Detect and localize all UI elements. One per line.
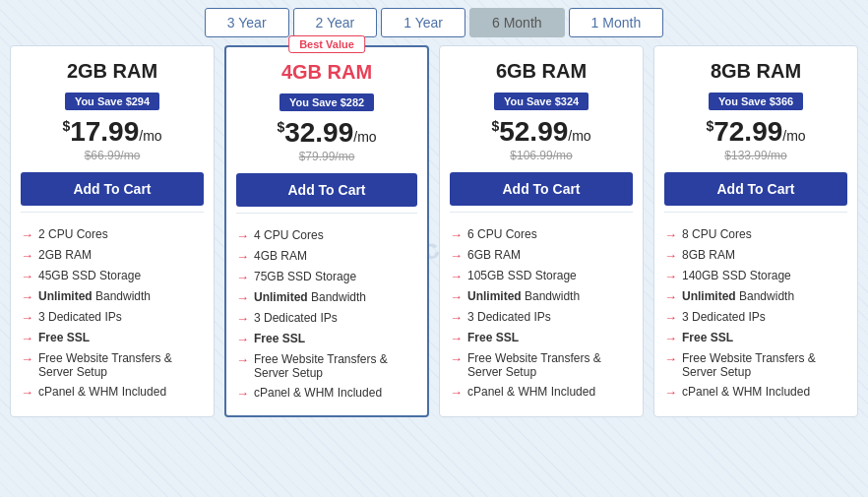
feature-text: Free Website Transfers & Server Setup xyxy=(682,351,847,379)
savings-badge: You Save $324 xyxy=(494,93,589,110)
add-to-cart-button[interactable]: Add To Cart xyxy=(236,173,417,207)
feature-text: Free SSL xyxy=(38,331,90,344)
plan-header: 8GB RAM xyxy=(654,46,857,89)
feature-text: cPanel & WHM Included xyxy=(38,385,166,399)
add-to-cart-button[interactable]: Add To Cart xyxy=(21,172,204,206)
tab-1-year[interactable]: 1 Year xyxy=(381,8,465,37)
feature-item: →3 Dedicated IPs xyxy=(450,307,633,328)
arrow-icon: → xyxy=(664,227,677,242)
arrow-icon: → xyxy=(664,269,677,283)
feature-item: →140GB SSD Storage xyxy=(664,266,847,286)
savings-row: You Save $324 xyxy=(440,89,643,112)
feature-item: →Free SSL xyxy=(664,328,847,348)
feature-item: →2GB RAM xyxy=(21,245,204,266)
arrow-icon: → xyxy=(236,228,249,243)
feature-item: →6GB RAM xyxy=(450,245,633,266)
feature-item: →cPanel & WHM Included xyxy=(236,383,417,404)
feature-text: cPanel & WHM Included xyxy=(254,386,382,400)
price-section: $17.99/mo $66.99/mo xyxy=(11,112,214,164)
feature-text: 3 Dedicated IPs xyxy=(682,310,766,324)
plan-header: 2GB RAM xyxy=(11,46,214,89)
arrow-icon: → xyxy=(21,331,33,345)
plan-card-3: 8GB RAM You Save $366 $72.99/mo $133.99/… xyxy=(653,45,858,417)
feature-text: Unlimited Bandwidth xyxy=(38,289,151,303)
price-original: $106.99/mo xyxy=(440,149,643,162)
price-original: $66.99/mo xyxy=(11,149,214,162)
savings-badge: You Save $294 xyxy=(65,93,159,110)
add-to-cart-button[interactable]: Add To Cart xyxy=(664,172,847,206)
feature-text: 140GB SSD Storage xyxy=(682,269,791,282)
divider xyxy=(21,212,204,213)
plan-card-1: Best Value 4GB RAM You Save $282 $32.99/… xyxy=(224,45,429,417)
feature-item: →45GB SSD Storage xyxy=(21,266,204,286)
feature-item: →cPanel & WHM Included xyxy=(21,382,204,403)
feature-item: →Unlimited Bandwidth xyxy=(664,286,847,307)
features-list: →2 CPU Cores →2GB RAM →45GB SSD Storage … xyxy=(11,218,214,403)
arrow-icon: → xyxy=(21,269,33,283)
feature-item: →6 CPU Cores xyxy=(450,224,633,245)
feature-text: Unlimited Bandwidth xyxy=(682,289,794,303)
features-list: →6 CPU Cores →6GB RAM →105GB SSD Storage… xyxy=(440,218,643,403)
arrow-icon: → xyxy=(21,351,33,366)
feature-item: →Free Website Transfers & Server Setup xyxy=(21,348,204,382)
arrow-icon: → xyxy=(664,248,677,263)
plan-ram: 4GB RAM xyxy=(226,61,427,84)
plan-header: 6GB RAM xyxy=(440,46,643,89)
arrow-icon: → xyxy=(236,386,249,401)
price-original: $79.99/mo xyxy=(226,150,427,163)
feature-item: →8 CPU Cores xyxy=(664,224,847,245)
tab-bar: 3 Year2 Year1 Year6 Month1 Month xyxy=(0,0,868,45)
plans-container: 2GB RAM You Save $294 $17.99/mo $66.99/m… xyxy=(0,45,868,427)
tab-1-month[interactable]: 1 Month xyxy=(569,8,664,37)
feature-text: Free Website Transfers & Server Setup xyxy=(254,352,417,380)
arrow-icon: → xyxy=(236,311,249,326)
tab-2-year[interactable]: 2 Year xyxy=(293,8,378,37)
feature-text: 6GB RAM xyxy=(467,248,521,262)
feature-item: →105GB SSD Storage xyxy=(450,266,633,286)
plan-ram: 6GB RAM xyxy=(440,60,643,83)
feature-item: →Free SSL xyxy=(21,328,204,348)
arrow-icon: → xyxy=(664,385,677,400)
arrow-icon: → xyxy=(236,249,249,264)
arrow-icon: → xyxy=(21,385,33,400)
price-section: $72.99/mo $133.99/mo xyxy=(654,112,857,164)
feature-item: →cPanel & WHM Included xyxy=(450,382,633,403)
arrow-icon: → xyxy=(664,351,677,366)
savings-row: You Save $366 xyxy=(654,89,857,112)
tab-6-month[interactable]: 6 Month xyxy=(469,8,565,37)
divider xyxy=(664,212,847,213)
price-main: $32.99/mo xyxy=(226,117,427,149)
arrow-icon: → xyxy=(21,227,33,242)
savings-row: You Save $282 xyxy=(226,90,427,113)
feature-item: →Free Website Transfers & Server Setup xyxy=(664,348,847,382)
arrow-icon: → xyxy=(236,270,249,284)
feature-item: →Free Website Transfers & Server Setup xyxy=(236,349,417,383)
plan-header: 4GB RAM xyxy=(226,47,427,90)
price-main: $72.99/mo xyxy=(654,116,857,148)
arrow-icon: → xyxy=(664,289,677,304)
plan-ram: 2GB RAM xyxy=(11,60,214,83)
tab-3-year[interactable]: 3 Year xyxy=(205,8,289,37)
arrow-icon: → xyxy=(236,332,249,346)
feature-text: 105GB SSD Storage xyxy=(467,269,577,282)
add-to-cart-button[interactable]: Add To Cart xyxy=(450,172,633,206)
feature-text: 75GB SSD Storage xyxy=(254,270,356,283)
savings-badge: You Save $366 xyxy=(709,93,803,110)
arrow-icon: → xyxy=(450,269,463,283)
feature-text: Unlimited Bandwidth xyxy=(254,290,366,304)
feature-text: Free SSL xyxy=(254,332,305,345)
feature-text: Free SSL xyxy=(682,331,733,344)
plan-ram: 8GB RAM xyxy=(654,60,857,83)
arrow-icon: → xyxy=(450,310,463,325)
savings-row: You Save $294 xyxy=(11,89,214,112)
feature-text: cPanel & WHM Included xyxy=(467,385,595,399)
arrow-icon: → xyxy=(450,331,463,345)
arrow-icon: → xyxy=(450,385,463,400)
price-section: $32.99/mo $79.99/mo xyxy=(226,113,427,165)
feature-item: →Unlimited Bandwidth xyxy=(236,287,417,308)
price-original: $133.99/mo xyxy=(654,149,857,162)
feature-text: 4GB RAM xyxy=(254,249,307,263)
feature-text: Free SSL xyxy=(467,331,519,344)
plan-card-0: 2GB RAM You Save $294 $17.99/mo $66.99/m… xyxy=(10,45,215,417)
arrow-icon: → xyxy=(236,290,249,305)
